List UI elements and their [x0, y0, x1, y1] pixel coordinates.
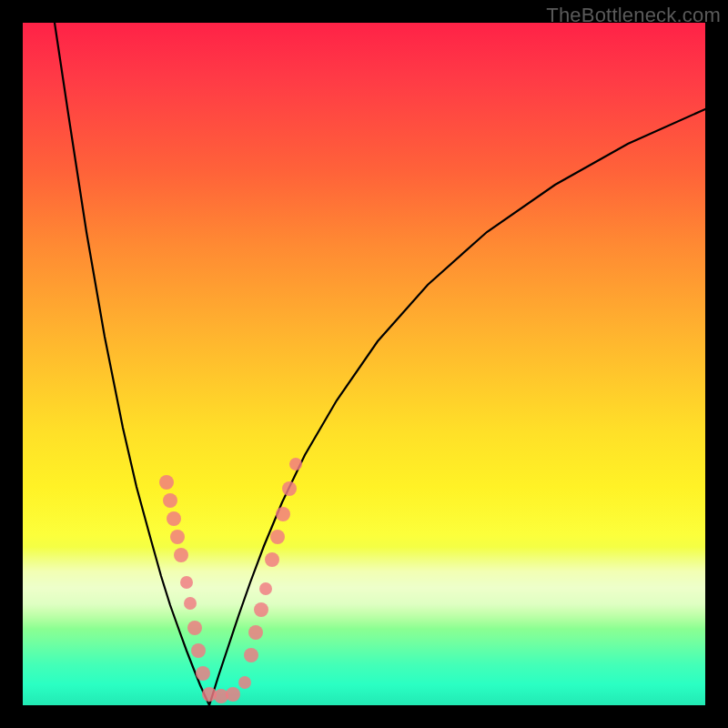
curve-marker	[265, 552, 279, 567]
curve-marker	[259, 582, 272, 595]
curve-marker	[276, 507, 290, 521]
curve-marker	[187, 621, 202, 635]
curve-marker	[184, 597, 197, 610]
curve-marker	[238, 676, 251, 689]
curve-marker	[167, 511, 181, 526]
curve-marker	[196, 666, 210, 681]
curve-marker	[163, 493, 177, 508]
curve-marker	[289, 458, 302, 470]
curve-markers	[159, 458, 302, 703]
curve-marker	[226, 687, 240, 702]
curve-layer	[23, 23, 705, 705]
curve-marker	[244, 648, 258, 662]
curve-marker	[191, 643, 206, 658]
curve-marker	[254, 602, 268, 617]
curve-marker	[174, 548, 188, 562]
curve-right-branch	[209, 109, 705, 705]
curve-marker	[282, 481, 297, 496]
curve-marker	[170, 530, 185, 544]
curve-marker	[248, 625, 263, 640]
curve-marker	[159, 475, 174, 490]
curve-marker	[270, 530, 285, 544]
curve-marker	[180, 576, 193, 589]
